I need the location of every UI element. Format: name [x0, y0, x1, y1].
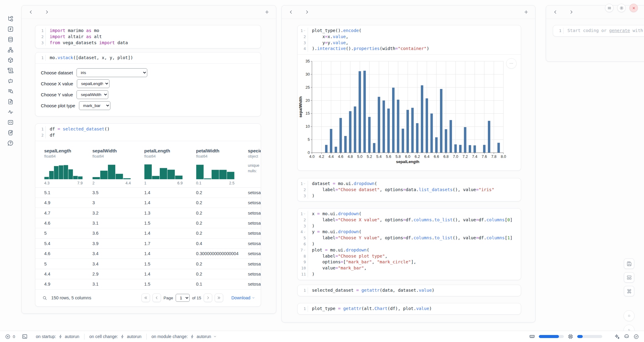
scroll-left-button[interactable] [287, 9, 295, 16]
line-number: 2 [298, 34, 308, 40]
bar [426, 98, 428, 153]
error-indicator[interactable]: 0 [5, 334, 15, 340]
layout-icon [626, 275, 632, 280]
last-page-button[interactable] [215, 294, 223, 302]
lightning-icon [58, 334, 63, 339]
first-page-button[interactable] [141, 294, 150, 302]
connection-status-button[interactable] [633, 334, 639, 340]
copilot-button[interactable] [624, 333, 630, 340]
next-page-button[interactable] [204, 294, 212, 302]
sidebar-logs-button[interactable] [6, 66, 15, 75]
choose-dataset-select[interactable]: iris [77, 68, 147, 77]
column-range: 4.37.9 [44, 181, 83, 185]
line-number: 3 [298, 223, 308, 229]
line-number: 9 [298, 259, 308, 265]
scroll-left-button[interactable] [27, 9, 34, 16]
column-name[interactable]: petalWidth [196, 148, 244, 153]
bar [325, 145, 327, 153]
terminal-button[interactable] [22, 333, 28, 340]
sidebar-dependency-graph-button[interactable] [6, 45, 15, 54]
line-number: 5 [298, 235, 308, 241]
close-button[interactable] [629, 4, 638, 12]
page-select[interactable]: 1 [176, 294, 190, 302]
bar [359, 71, 361, 153]
code-editor[interactable]: 1plot_type().encode(2 x=x.value,3 y=y.va… [298, 25, 521, 54]
line-number: 11 [298, 271, 308, 277]
code-cell-imports: 1import marimo as mo2import altair as al… [35, 25, 261, 48]
choose-plot-type-select[interactable]: mark_bar [79, 101, 110, 110]
altair-bar-chart[interactable]: 4.04.24.44.64.85.05.25.45.65.86.06.26.46… [298, 56, 521, 169]
add-cell-button[interactable] [263, 9, 270, 16]
choose-x-value-select[interactable]: sepalLength [77, 79, 109, 88]
sidebar-file-tree-button[interactable] [6, 14, 15, 23]
layout-button[interactable] [624, 272, 634, 283]
scroll-right-button[interactable] [567, 9, 575, 16]
control-label: Choose Y value [41, 92, 73, 97]
command-button[interactable] [624, 286, 634, 296]
add-cell-button[interactable] [522, 9, 530, 16]
sidebar-list-search-button[interactable] [6, 87, 15, 96]
bar [497, 143, 500, 153]
code-editor[interactable]: 1mo.vstack([dataset, x, y, plot]) [35, 52, 261, 63]
save-button[interactable] [624, 258, 634, 269]
column-name[interactable]: petalLength [144, 148, 192, 153]
sidebar-functions-button[interactable] [6, 24, 15, 34]
fold-chevron-icon[interactable] [303, 29, 306, 32]
line-number: 3 [35, 40, 46, 46]
table-search-button[interactable] [42, 295, 47, 301]
scroll-right-button[interactable] [43, 9, 50, 16]
stop-button[interactable] [624, 310, 635, 321]
generate-link[interactable]: generate [609, 28, 630, 33]
table-footer: 150 rows, 5 columns Page 1 of 15 Downloa… [35, 290, 261, 306]
code-cell-plot: 1plot_type().encode(2 x=x.value,3 y=y.va… [297, 25, 521, 171]
runtime-setting[interactable]: on cell change:autorun [89, 334, 141, 339]
altair-chart-host[interactable]: 4.04.24.44.64.85.05.25.45.65.86.06.26.46… [298, 56, 521, 170]
sidebar-chat-button[interactable] [6, 76, 15, 85]
bar [387, 109, 390, 153]
sidebar-tracing-button[interactable] [6, 107, 15, 116]
gear-button[interactable] [617, 4, 626, 12]
svg-text:7.0: 7.0 [453, 155, 458, 159]
runtime-setting[interactable]: on module change:autorun [152, 334, 217, 339]
code-line: 1import marimo as mo [35, 28, 261, 34]
code-editor[interactable]: 1selected_dataset = getattr(data, datase… [298, 285, 521, 296]
sidebar-documentation-button[interactable] [6, 97, 15, 106]
table-row: 4.63.41.40.3000000000000004setosa [35, 249, 261, 259]
sidebar-packages-button[interactable] [6, 55, 15, 65]
scroll-left-button[interactable] [552, 9, 559, 16]
bar [339, 118, 342, 153]
fold-chevron-icon[interactable] [303, 182, 306, 185]
functions-icon [7, 26, 14, 32]
prev-page-button[interactable] [152, 294, 161, 302]
fold-chevron-icon[interactable] [303, 249, 306, 251]
svg-text:7.6: 7.6 [482, 155, 487, 159]
sidebar-snippets-button[interactable] [6, 118, 15, 127]
code-editor[interactable]: 1df = selected_dataset()2df [35, 124, 261, 141]
code-editor[interactable]: 1dataset = mo.ui.dropdown(2 label="Choos… [298, 178, 521, 201]
code-editor[interactable]: 1plot_type = getattr(alt.Chart(df), plot… [298, 303, 521, 314]
column-name[interactable]: species [248, 148, 261, 153]
download-button[interactable]: Download [231, 295, 255, 300]
column-name[interactable]: sepalLength [44, 148, 92, 153]
fold-chevron-icon[interactable] [303, 212, 306, 215]
ai-assistant-button[interactable] [614, 333, 620, 340]
code-cell-dataset-dropdown: 1dataset = mo.ui.dropdown(2 label="Choos… [297, 178, 521, 201]
scroll-right-button[interactable] [303, 9, 310, 16]
chart-menu-button[interactable] [506, 58, 517, 69]
choose-y-value-select[interactable]: sepalWidth [77, 90, 108, 99]
runtime-setting[interactable]: on startup:autorun [36, 334, 79, 339]
control-row: Choose plot type mark_bar [41, 100, 261, 111]
column-name[interactable]: sepalWidth [92, 148, 141, 153]
circle-x-icon [5, 334, 11, 340]
code-editor[interactable]: 1x = mo.ui.dropdown(2 label="Choose X va… [298, 208, 521, 280]
dataframe-table: sepalLength float64 4.37.9 sepalWidth fl… [35, 141, 261, 306]
scratch-editor[interactable]: 1 Start coding or generate with AI [553, 25, 644, 36]
fold-chevron-icon[interactable] [303, 231, 306, 233]
menu-button[interactable] [605, 4, 614, 12]
sidebar-database-button[interactable] [6, 35, 15, 44]
code-line: 2df [35, 132, 261, 138]
code-editor[interactable]: 1import marimo as mo2import altair as al… [35, 25, 261, 48]
sidebar-scratchpad-button[interactable] [6, 128, 15, 137]
panel-left: 1import marimo as mo2import altair as al… [21, 5, 276, 314]
sidebar-help-button[interactable] [6, 138, 15, 148]
